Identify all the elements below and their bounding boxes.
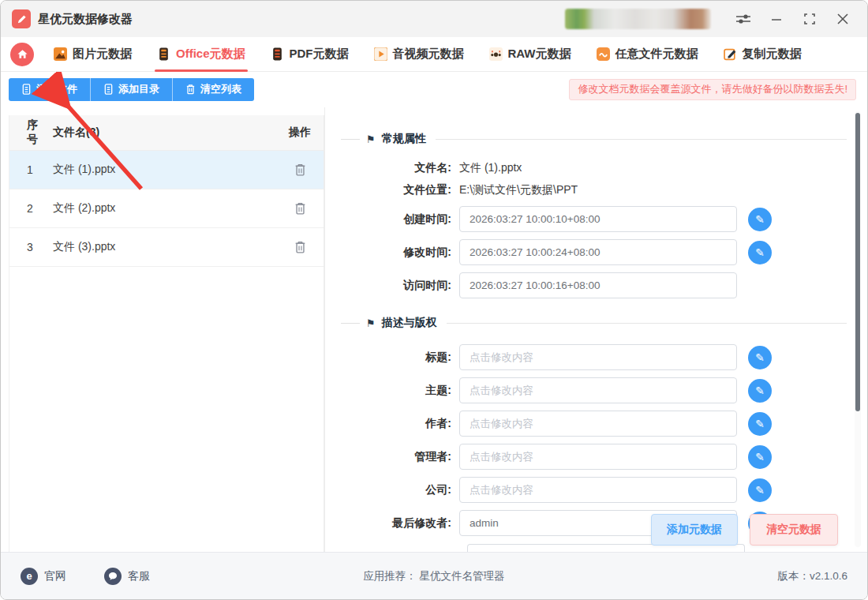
file-table-header: 序号 文件名(3) 操作 xyxy=(9,115,324,151)
field-label: 标题: xyxy=(341,351,459,365)
tab-image-metadata[interactable]: 图片元数据 xyxy=(51,37,134,72)
add-metadata-button[interactable]: 添加元数据 xyxy=(651,514,738,546)
row-index: 2 xyxy=(9,202,45,215)
section-description: ⚑ 描述与版权 xyxy=(341,315,847,331)
delete-row-icon[interactable] xyxy=(291,238,309,256)
tab-office-metadata[interactable]: Office元数据 xyxy=(155,37,248,72)
title-input[interactable] xyxy=(459,344,737,370)
section-title: 常规属性 xyxy=(382,132,426,146)
field-title: 标题: ✎ xyxy=(341,344,772,370)
home-button[interactable] xyxy=(10,43,34,66)
version-text: 版本：v2.1.0.6 xyxy=(777,569,847,583)
field-label: 主题: xyxy=(341,384,459,398)
website-label: 官网 xyxy=(44,569,66,583)
field-create-time: 创建时间: ✎ xyxy=(341,206,772,232)
subject-input[interactable] xyxy=(459,377,737,403)
field-label: 访问时间: xyxy=(341,279,459,293)
field-company: 公司: ✎ xyxy=(341,477,772,503)
section-general: ⚑ 常规属性 xyxy=(341,131,847,147)
tab-label: RAW元数据 xyxy=(508,47,571,62)
edit-pencil-icon[interactable]: ✎ xyxy=(748,208,772,231)
trash-icon xyxy=(185,84,196,95)
app-logo-icon xyxy=(12,9,31,28)
delete-row-icon[interactable] xyxy=(291,161,309,178)
tab-label: 复制元数据 xyxy=(743,47,802,62)
col-action-header: 操作 xyxy=(276,126,324,140)
folder-icon xyxy=(103,84,114,95)
clear-list-button[interactable]: 清空列表 xyxy=(173,78,254,101)
add-file-button[interactable]: 添加文件 xyxy=(9,78,91,101)
company-input[interactable] xyxy=(459,477,737,503)
raw-metadata-icon xyxy=(489,47,503,61)
website-link[interactable]: e 官网 xyxy=(21,568,66,585)
title-bar: 星优元数据修改器 xyxy=(1,1,867,37)
row-index: 1 xyxy=(9,163,45,176)
edit-pencil-icon[interactable]: ✎ xyxy=(748,445,772,469)
edit-pencil-icon[interactable]: ✎ xyxy=(748,478,772,502)
image-metadata-icon xyxy=(54,47,67,61)
create-time-input[interactable] xyxy=(459,206,737,232)
col-index-header: 序号 xyxy=(9,118,45,147)
col-filename-header: 文件名(3) xyxy=(45,126,276,140)
field-label: 最后修改者: xyxy=(341,516,459,531)
manager-input[interactable] xyxy=(459,444,737,470)
anyfile-metadata-icon xyxy=(597,47,610,61)
user-account-badge[interactable] xyxy=(565,9,711,29)
tab-label: Office元数据 xyxy=(176,47,245,62)
add-directory-label: 添加目录 xyxy=(118,82,159,96)
table-row[interactable]: 2 文件 (2).pptx xyxy=(9,189,324,228)
office-metadata-icon xyxy=(157,47,170,61)
tab-av-metadata[interactable]: 音视频元数据 xyxy=(372,37,466,72)
tab-label: 任意文件元数据 xyxy=(615,47,698,62)
tab-label: PDF元数据 xyxy=(290,47,349,62)
file-icon xyxy=(21,84,32,95)
modify-time-input[interactable] xyxy=(459,239,737,265)
row-filename: 文件 (2).pptx xyxy=(45,201,276,216)
support-label: 客服 xyxy=(128,569,150,583)
clear-list-label: 清空列表 xyxy=(200,82,241,96)
tab-anyfile-metadata[interactable]: 任意文件元数据 xyxy=(594,37,701,72)
av-metadata-icon xyxy=(374,47,387,61)
table-row[interactable]: 1 文件 (1).pptx xyxy=(9,151,324,189)
maximize-button[interactable] xyxy=(796,7,823,31)
access-time-input[interactable] xyxy=(459,272,737,298)
clear-metadata-button[interactable]: 清空元数据 xyxy=(750,514,838,546)
metadata-panel: ⚑ 常规属性 文件名: 文件 (1).pptx 文件位置: E:\测试文件\元数… xyxy=(324,107,855,553)
row-filename: 文件 (1).pptx xyxy=(45,163,276,177)
edit-pencil-icon[interactable]: ✎ xyxy=(748,241,772,264)
tab-raw-metadata[interactable]: RAW元数据 xyxy=(487,37,574,72)
add-directory-button[interactable]: 添加目录 xyxy=(91,78,173,101)
delete-row-icon[interactable] xyxy=(291,200,309,217)
toolbar: 添加文件 添加目录 清空列表 修改文档元数据会覆盖源文件，请先做好备份以防数据丢… xyxy=(1,72,867,107)
table-row[interactable]: 3 文件 (3).pptx xyxy=(9,228,324,267)
recommend-app-link[interactable]: 应用推荐： 星优文件名管理器 xyxy=(363,570,504,582)
edit-pencil-icon[interactable]: ✎ xyxy=(748,346,772,369)
app-title: 星优元数据修改器 xyxy=(38,12,133,27)
tab-pdf-metadata[interactable]: PDF元数据 xyxy=(268,37,351,72)
field-modify-time: 修改时间: ✎ xyxy=(341,239,772,265)
support-link[interactable]: 客服 xyxy=(104,568,150,585)
field-filepath: 文件位置: E:\测试文件\元数据\PPT xyxy=(341,181,578,200)
tab-copy-metadata[interactable]: 复制元数据 xyxy=(721,37,804,72)
field-access-time: 访问时间: xyxy=(341,272,737,298)
edit-pencil-icon[interactable]: ✎ xyxy=(748,412,772,436)
settings-sliders-icon[interactable] xyxy=(730,7,757,31)
field-label: 作者: xyxy=(341,417,459,431)
scrollbar-thumb[interactable] xyxy=(855,113,860,411)
website-icon: e xyxy=(21,568,38,585)
tab-label: 音视频元数据 xyxy=(393,47,464,62)
close-button[interactable] xyxy=(829,7,856,31)
scrollbar-track[interactable] xyxy=(855,111,861,547)
tab-bar: 图片元数据 Office元数据 PDF元数据 音视频元数据 RAW元数据 xyxy=(1,37,867,72)
app-window: 星优元数据修改器 xyxy=(0,0,868,600)
edit-pencil-icon[interactable]: ✎ xyxy=(748,379,772,403)
field-value: E:\测试文件\元数据\PPT xyxy=(459,183,578,197)
author-input[interactable] xyxy=(459,411,737,437)
section-title: 描述与版权 xyxy=(382,316,437,330)
minimize-button[interactable] xyxy=(763,7,790,31)
field-value: 文件 (1).pptx xyxy=(459,161,522,175)
tab-label: 图片元数据 xyxy=(73,47,132,62)
field-label: 文件位置: xyxy=(341,183,459,197)
field-label: 管理者: xyxy=(341,450,459,464)
footer: e 官网 客服 应用推荐： 星优文件名管理器 版本：v2.1.0.6 xyxy=(1,552,867,599)
